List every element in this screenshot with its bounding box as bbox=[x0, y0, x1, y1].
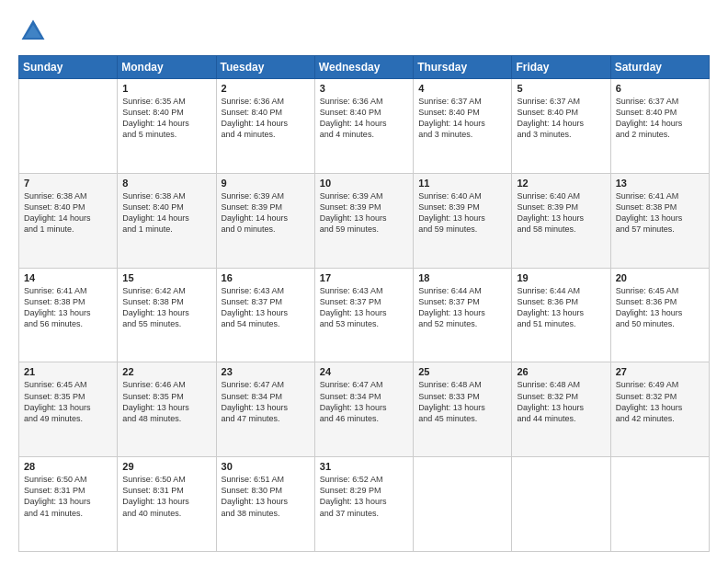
day-number: 23 bbox=[222, 366, 310, 377]
calendar-cell: 5Sunrise: 6:37 AM Sunset: 8:40 PM Daylig… bbox=[512, 79, 610, 174]
calendar-header-row: SundayMondayTuesdayWednesdayThursdayFrid… bbox=[19, 56, 710, 79]
calendar-week-row: 21Sunrise: 6:45 AM Sunset: 8:35 PM Dayli… bbox=[19, 362, 710, 457]
calendar-cell: 28Sunrise: 6:50 AM Sunset: 8:31 PM Dayli… bbox=[19, 457, 118, 552]
day-number: 26 bbox=[517, 366, 605, 377]
calendar-cell: 25Sunrise: 6:48 AM Sunset: 8:33 PM Dayli… bbox=[414, 362, 512, 457]
day-number: 30 bbox=[222, 461, 310, 472]
header bbox=[18, 17, 710, 46]
cell-info: Sunrise: 6:50 AM Sunset: 8:31 PM Dayligh… bbox=[122, 474, 210, 519]
cell-info: Sunrise: 6:39 AM Sunset: 8:39 PM Dayligh… bbox=[222, 190, 310, 236]
calendar-cell: 19Sunrise: 6:44 AM Sunset: 8:36 PM Dayli… bbox=[512, 268, 610, 362]
day-number: 17 bbox=[320, 272, 408, 283]
day-number: 12 bbox=[517, 178, 605, 189]
day-number: 2 bbox=[222, 83, 310, 94]
day-number: 27 bbox=[616, 366, 704, 377]
cell-info: Sunrise: 6:41 AM Sunset: 8:38 PM Dayligh… bbox=[616, 190, 704, 236]
calendar-cell: 29Sunrise: 6:50 AM Sunset: 8:31 PM Dayli… bbox=[118, 457, 216, 552]
day-number: 6 bbox=[616, 83, 704, 94]
calendar-cell: 21Sunrise: 6:45 AM Sunset: 8:35 PM Dayli… bbox=[19, 362, 118, 457]
cell-info: Sunrise: 6:40 AM Sunset: 8:39 PM Dayligh… bbox=[517, 190, 605, 236]
day-number: 29 bbox=[122, 461, 210, 472]
calendar-cell: 15Sunrise: 6:42 AM Sunset: 8:38 PM Dayli… bbox=[118, 268, 216, 362]
calendar-cell: 10Sunrise: 6:39 AM Sunset: 8:39 PM Dayli… bbox=[314, 173, 413, 268]
cell-info: Sunrise: 6:47 AM Sunset: 8:34 PM Dayligh… bbox=[320, 379, 408, 424]
calendar-header-thursday: Thursday bbox=[414, 56, 512, 79]
calendar-header-saturday: Saturday bbox=[610, 56, 709, 79]
day-number: 24 bbox=[320, 366, 408, 377]
day-number: 18 bbox=[418, 272, 506, 283]
calendar-cell: 8Sunrise: 6:38 AM Sunset: 8:40 PM Daylig… bbox=[118, 173, 216, 268]
day-number: 8 bbox=[122, 178, 210, 189]
calendar-header-sunday: Sunday bbox=[19, 56, 118, 79]
calendar-cell: 17Sunrise: 6:43 AM Sunset: 8:37 PM Dayli… bbox=[314, 268, 413, 362]
cell-info: Sunrise: 6:45 AM Sunset: 8:35 PM Dayligh… bbox=[24, 379, 112, 424]
cell-info: Sunrise: 6:37 AM Sunset: 8:40 PM Dayligh… bbox=[418, 96, 506, 141]
calendar-cell: 1Sunrise: 6:35 AM Sunset: 8:40 PM Daylig… bbox=[118, 79, 216, 174]
cell-info: Sunrise: 6:52 AM Sunset: 8:29 PM Dayligh… bbox=[320, 474, 408, 519]
logo bbox=[18, 17, 51, 46]
cell-info: Sunrise: 6:37 AM Sunset: 8:40 PM Dayligh… bbox=[616, 96, 704, 141]
calendar-cell bbox=[512, 457, 610, 552]
calendar-cell: 13Sunrise: 6:41 AM Sunset: 8:38 PM Dayli… bbox=[610, 173, 709, 268]
calendar-cell: 4Sunrise: 6:37 AM Sunset: 8:40 PM Daylig… bbox=[414, 79, 512, 174]
cell-info: Sunrise: 6:38 AM Sunset: 8:40 PM Dayligh… bbox=[122, 190, 210, 236]
calendar-cell: 30Sunrise: 6:51 AM Sunset: 8:30 PM Dayli… bbox=[216, 457, 314, 552]
calendar-header-tuesday: Tuesday bbox=[216, 56, 314, 79]
day-number: 25 bbox=[418, 366, 506, 377]
calendar-cell: 24Sunrise: 6:47 AM Sunset: 8:34 PM Dayli… bbox=[314, 362, 413, 457]
calendar-week-row: 1Sunrise: 6:35 AM Sunset: 8:40 PM Daylig… bbox=[19, 79, 710, 174]
calendar-header-monday: Monday bbox=[118, 56, 216, 79]
day-number: 3 bbox=[320, 83, 408, 94]
cell-info: Sunrise: 6:39 AM Sunset: 8:39 PM Dayligh… bbox=[320, 190, 408, 236]
cell-info: Sunrise: 6:35 AM Sunset: 8:40 PM Dayligh… bbox=[122, 96, 210, 141]
calendar-week-row: 7Sunrise: 6:38 AM Sunset: 8:40 PM Daylig… bbox=[19, 173, 710, 268]
day-number: 1 bbox=[122, 83, 210, 94]
cell-info: Sunrise: 6:44 AM Sunset: 8:37 PM Dayligh… bbox=[418, 285, 506, 330]
calendar-header-wednesday: Wednesday bbox=[314, 56, 413, 79]
cell-info: Sunrise: 6:38 AM Sunset: 8:40 PM Dayligh… bbox=[24, 190, 112, 236]
cell-info: Sunrise: 6:43 AM Sunset: 8:37 PM Dayligh… bbox=[320, 285, 408, 330]
cell-info: Sunrise: 6:41 AM Sunset: 8:38 PM Dayligh… bbox=[24, 285, 112, 330]
calendar-header-friday: Friday bbox=[512, 56, 610, 79]
cell-info: Sunrise: 6:46 AM Sunset: 8:35 PM Dayligh… bbox=[122, 379, 210, 424]
calendar-week-row: 14Sunrise: 6:41 AM Sunset: 8:38 PM Dayli… bbox=[19, 268, 710, 362]
cell-info: Sunrise: 6:45 AM Sunset: 8:36 PM Dayligh… bbox=[616, 285, 704, 330]
day-number: 28 bbox=[24, 461, 112, 472]
calendar-cell: 27Sunrise: 6:49 AM Sunset: 8:32 PM Dayli… bbox=[610, 362, 709, 457]
calendar-cell: 22Sunrise: 6:46 AM Sunset: 8:35 PM Dayli… bbox=[118, 362, 216, 457]
day-number: 10 bbox=[320, 178, 408, 189]
calendar-cell: 7Sunrise: 6:38 AM Sunset: 8:40 PM Daylig… bbox=[19, 173, 118, 268]
calendar-cell: 3Sunrise: 6:36 AM Sunset: 8:40 PM Daylig… bbox=[314, 79, 413, 174]
day-number: 21 bbox=[24, 366, 112, 377]
day-number: 19 bbox=[517, 272, 605, 283]
calendar-cell: 6Sunrise: 6:37 AM Sunset: 8:40 PM Daylig… bbox=[610, 79, 709, 174]
cell-info: Sunrise: 6:44 AM Sunset: 8:36 PM Dayligh… bbox=[517, 285, 605, 330]
cell-info: Sunrise: 6:36 AM Sunset: 8:40 PM Dayligh… bbox=[320, 96, 408, 141]
cell-info: Sunrise: 6:47 AM Sunset: 8:34 PM Dayligh… bbox=[222, 379, 310, 424]
day-number: 16 bbox=[222, 272, 310, 283]
day-number: 22 bbox=[122, 366, 210, 377]
day-number: 7 bbox=[24, 178, 112, 189]
day-number: 31 bbox=[320, 461, 408, 472]
day-number: 14 bbox=[24, 272, 112, 283]
logo-icon bbox=[18, 17, 48, 46]
calendar-table: SundayMondayTuesdayWednesdayThursdayFrid… bbox=[18, 55, 710, 552]
calendar-cell: 14Sunrise: 6:41 AM Sunset: 8:38 PM Dayli… bbox=[19, 268, 118, 362]
calendar-cell: 9Sunrise: 6:39 AM Sunset: 8:39 PM Daylig… bbox=[216, 173, 314, 268]
cell-info: Sunrise: 6:48 AM Sunset: 8:33 PM Dayligh… bbox=[418, 379, 506, 424]
calendar-cell bbox=[610, 457, 709, 552]
day-number: 9 bbox=[222, 178, 310, 189]
calendar-cell: 2Sunrise: 6:36 AM Sunset: 8:40 PM Daylig… bbox=[216, 79, 314, 174]
cell-info: Sunrise: 6:51 AM Sunset: 8:30 PM Dayligh… bbox=[222, 474, 310, 519]
cell-info: Sunrise: 6:36 AM Sunset: 8:40 PM Dayligh… bbox=[222, 96, 310, 141]
page: SundayMondayTuesdayWednesdayThursdayFrid… bbox=[0, 0, 728, 563]
calendar-cell: 16Sunrise: 6:43 AM Sunset: 8:37 PM Dayli… bbox=[216, 268, 314, 362]
day-number: 15 bbox=[122, 272, 210, 283]
day-number: 4 bbox=[418, 83, 506, 94]
cell-info: Sunrise: 6:43 AM Sunset: 8:37 PM Dayligh… bbox=[222, 285, 310, 330]
day-number: 11 bbox=[418, 178, 506, 189]
cell-info: Sunrise: 6:42 AM Sunset: 8:38 PM Dayligh… bbox=[122, 285, 210, 330]
calendar-cell: 31Sunrise: 6:52 AM Sunset: 8:29 PM Dayli… bbox=[314, 457, 413, 552]
calendar-cell: 23Sunrise: 6:47 AM Sunset: 8:34 PM Dayli… bbox=[216, 362, 314, 457]
cell-info: Sunrise: 6:50 AM Sunset: 8:31 PM Dayligh… bbox=[24, 474, 112, 519]
